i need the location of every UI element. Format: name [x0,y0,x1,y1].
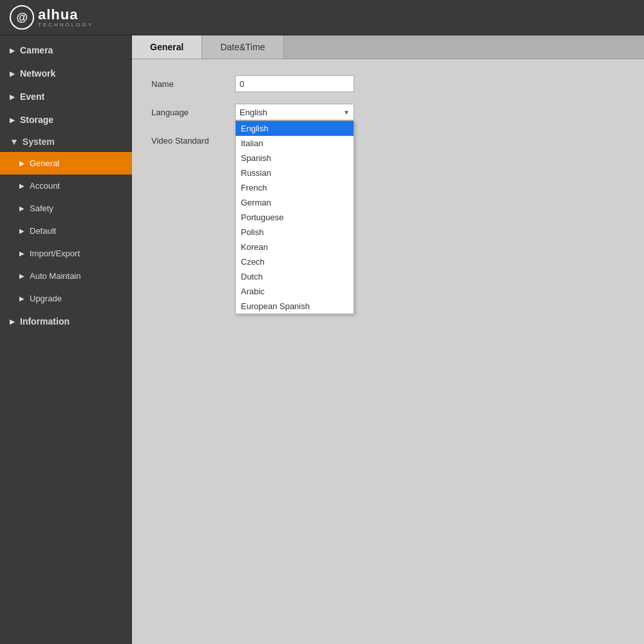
tab-general[interactable]: General [132,35,202,59]
sidebar-label-system: System [23,137,55,147]
language-option-spanish[interactable]: Spanish [236,151,354,166]
language-select[interactable]: English ▼ [235,104,354,120]
video-standard-label: Video Standard [151,136,235,146]
arrow-icon: ▶ [19,227,24,234]
logo-sub: TECHNOLOGY [38,23,93,28]
sidebar-item-camera[interactable]: ▶ Camera [0,39,132,62]
sidebar-item-safety[interactable]: ▶ Safety [0,197,132,220]
logo-brand: alhua [38,7,93,23]
arrow-icon: ▶ [10,318,15,325]
language-label: Language [151,108,235,117]
name-row: Name [151,75,625,92]
logo: @ alhua TECHNOLOGY [10,5,93,30]
sidebar-item-information[interactable]: ▶ Information [0,310,132,333]
sidebar-label-general: General [30,158,59,168]
tab-bar: General Date&Time [132,35,644,59]
name-label: Name [151,79,235,89]
language-option-portuguese[interactable]: Portuguese [236,210,354,225]
language-option-german[interactable]: German [236,195,354,210]
language-option-korean[interactable]: Korean [236,240,354,254]
language-option-european-spanish[interactable]: European Spanish [236,299,354,314]
sidebar-label-default: Default [30,226,56,236]
language-option-russian[interactable]: Russian [236,166,354,180]
language-option-dutch[interactable]: Dutch [236,269,354,284]
content-area: General Date&Time Name Language English … [132,35,644,644]
sidebar-item-event[interactable]: ▶ Event [0,85,132,108]
logo-icon: @ [10,5,34,30]
arrow-icon: ▶ [19,182,24,189]
sidebar-label-safety: Safety [30,204,53,213]
sidebar-item-system[interactable]: ▼ System [0,131,132,152]
sidebar-label-import-export: Import/Export [30,249,80,258]
sidebar-label-auto-maintain: Auto Maintain [30,271,81,281]
sidebar: ▶ Camera ▶ Network ▶ Event ▶ Storage ▼ S… [0,35,132,644]
language-dropdown[interactable]: English Italian Spanish Russian French G… [235,120,354,314]
sidebar-item-auto-maintain[interactable]: ▶ Auto Maintain [0,265,132,287]
sidebar-item-default[interactable]: ▶ Default [0,220,132,242]
sidebar-label-camera: Camera [20,45,53,55]
name-input[interactable] [235,75,354,92]
arrow-icon: ▶ [10,47,15,54]
arrow-icon: ▶ [10,70,15,77]
arrow-icon: ▶ [19,160,24,167]
sidebar-item-storage[interactable]: ▶ Storage [0,108,132,131]
arrow-icon: ▶ [10,93,15,100]
sidebar-label-network: Network [20,68,55,79]
sidebar-item-upgrade[interactable]: ▶ Upgrade [0,287,132,310]
sidebar-label-account: Account [30,181,60,191]
arrow-icon: ▶ [10,117,15,124]
sidebar-label-storage: Storage [20,115,53,125]
logo-text: alhua TECHNOLOGY [38,7,93,28]
video-standard-row: Video Standard ▼ [151,132,625,149]
language-row: Language English ▼ English Italian Spani… [151,104,625,120]
sidebar-item-general[interactable]: ▶ General [0,152,132,175]
tab-datetime[interactable]: Date&Time [202,35,284,59]
main-layout: ▶ Camera ▶ Network ▶ Event ▶ Storage ▼ S… [0,35,644,644]
sidebar-item-import-export[interactable]: ▶ Import/Export [0,242,132,265]
language-selected-value: English [240,108,267,117]
language-select-wrapper: English ▼ English Italian Spanish Russia… [235,104,354,120]
arrow-icon: ▶ [19,272,24,279]
language-option-czech[interactable]: Czech [236,254,354,269]
form-area: Name Language English ▼ English Italian … [132,59,644,644]
sidebar-label-upgrade: Upgrade [30,294,62,303]
language-option-arabic[interactable]: Arabic [236,284,354,299]
sidebar-item-account[interactable]: ▶ Account [0,175,132,197]
language-option-polish[interactable]: Polish [236,225,354,240]
sidebar-label-event: Event [20,91,44,102]
arrow-icon: ▶ [19,205,24,212]
arrow-icon: ▶ [19,295,24,302]
language-option-english[interactable]: English [236,121,354,136]
arrow-down-icon: ▼ [10,137,19,147]
arrow-icon: ▶ [19,250,24,257]
app-header: @ alhua TECHNOLOGY [0,0,644,35]
sidebar-label-information: Information [20,316,70,327]
chevron-down-icon: ▼ [343,109,350,116]
sidebar-item-network[interactable]: ▶ Network [0,62,132,85]
language-option-french[interactable]: French [236,180,354,195]
language-option-italian[interactable]: Italian [236,136,354,151]
